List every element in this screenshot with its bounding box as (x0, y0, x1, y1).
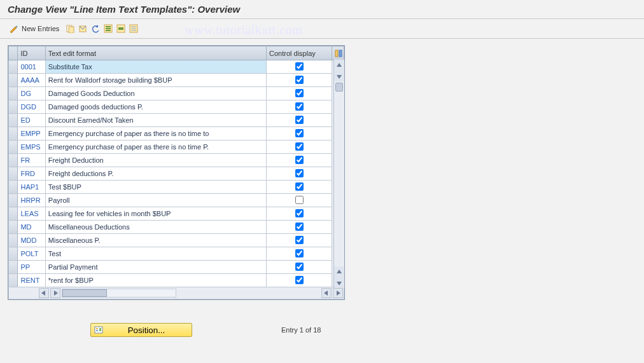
hscroll-left-button[interactable] (39, 288, 49, 298)
column-header-id[interactable]: ID (18, 46, 45, 60)
cell-id[interactable]: POLT (18, 247, 45, 261)
control-display-checkbox[interactable] (295, 223, 304, 231)
cell-id[interactable]: HRPR (18, 194, 45, 207)
control-display-checkbox[interactable] (295, 142, 304, 151)
cell-id[interactable]: MDD (18, 234, 45, 247)
cell-text[interactable]: Freight Deduction (45, 154, 266, 167)
cell-control-display[interactable] (267, 207, 332, 221)
control-display-checkbox[interactable] (295, 102, 304, 111)
select-all-icon[interactable] (102, 23, 114, 34)
control-display-checkbox[interactable] (295, 129, 304, 137)
position-button[interactable]: Position... (90, 323, 192, 337)
control-display-checkbox[interactable] (295, 209, 304, 217)
cell-id[interactable]: LEAS (18, 207, 45, 221)
cell-id[interactable]: DG (18, 87, 45, 100)
row-selector[interactable] (9, 261, 18, 274)
cell-control-display[interactable] (267, 140, 332, 154)
cell-id[interactable]: FR (18, 154, 45, 167)
row-selector[interactable] (9, 181, 18, 194)
control-display-checkbox[interactable] (295, 263, 304, 271)
cell-id[interactable]: HAP1 (18, 181, 45, 194)
vscroll-page-up-button[interactable] (337, 266, 342, 277)
cell-text[interactable]: Partial Payment (45, 261, 266, 274)
select-block-icon[interactable] (115, 23, 127, 34)
deselect-all-icon[interactable] (128, 23, 139, 34)
cell-text[interactable]: Payroll (45, 194, 266, 207)
row-selector[interactable] (9, 127, 18, 140)
row-selector[interactable] (9, 221, 18, 234)
hscroll-track[interactable] (62, 289, 176, 298)
cell-control-display[interactable] (267, 154, 332, 167)
row-selector[interactable] (9, 247, 18, 261)
control-display-checkbox[interactable] (295, 182, 304, 191)
row-selector[interactable] (9, 87, 18, 100)
column-header-text[interactable]: Text edit format (45, 46, 266, 60)
cell-control-display[interactable] (267, 87, 332, 100)
control-display-checkbox[interactable] (295, 169, 304, 177)
vscroll-track[interactable] (334, 81, 344, 266)
cell-control-display[interactable] (267, 261, 332, 274)
cell-id[interactable]: MD (18, 221, 45, 234)
cell-control-display[interactable] (267, 167, 332, 181)
cell-control-display[interactable] (267, 194, 332, 207)
cell-id[interactable]: FRD (18, 167, 45, 181)
control-display-checkbox[interactable] (295, 249, 304, 257)
control-display-checkbox[interactable] (295, 236, 304, 244)
cell-text[interactable]: Damaged Goods Deduction (45, 87, 266, 100)
row-selector[interactable] (9, 274, 18, 287)
cell-id[interactable]: RENT (18, 274, 45, 287)
cell-text[interactable]: Emergency purchase of paper as there is … (45, 127, 266, 140)
new-entries-button[interactable]: New Entries (20, 25, 63, 32)
cell-text[interactable]: Test $BUP (45, 181, 266, 194)
cell-text[interactable]: Miscellaneous Deductions (45, 221, 266, 234)
vertical-scrollbar[interactable] (333, 60, 344, 288)
cell-text[interactable]: Test (45, 247, 266, 261)
cell-id[interactable]: DGD (18, 100, 45, 114)
hscroll-col-right-button[interactable] (333, 288, 343, 298)
cell-text[interactable]: Emergency purchase of paper as there is … (45, 140, 266, 154)
control-display-checkbox[interactable] (295, 76, 304, 84)
cell-text[interactable]: Rent for Walldorf storage building $BUP (45, 74, 266, 87)
copy-as-icon[interactable] (64, 23, 76, 34)
other-view-icon[interactable] (8, 23, 19, 34)
cell-control-display[interactable] (267, 127, 332, 140)
cell-control-display[interactable] (267, 247, 332, 261)
cell-id[interactable]: AAAA (18, 74, 45, 87)
cell-control-display[interactable] (267, 221, 332, 234)
control-display-checkbox[interactable] (295, 89, 304, 97)
cell-control-display[interactable] (267, 114, 332, 127)
cell-control-display[interactable] (267, 74, 332, 87)
row-selector[interactable] (9, 234, 18, 247)
cell-text[interactable]: Discount Earned/Not Taken (45, 114, 266, 127)
cell-text[interactable]: Miscellaneous P. (45, 234, 266, 247)
vscroll-up-button[interactable] (334, 60, 344, 71)
cell-control-display[interactable] (267, 181, 332, 194)
cell-id[interactable]: PP (18, 261, 45, 274)
cell-text[interactable]: Damaged goods deductions P. (45, 100, 266, 114)
control-display-checkbox[interactable] (295, 276, 304, 284)
vscroll-thumb[interactable] (335, 83, 343, 92)
cell-id[interactable]: 0001 (18, 60, 45, 74)
row-selector[interactable] (9, 207, 18, 221)
vscroll-page-down-button[interactable] (337, 277, 342, 288)
control-display-checkbox[interactable] (295, 156, 304, 164)
row-selector[interactable] (9, 74, 18, 87)
column-header-control[interactable]: Control display (267, 46, 332, 60)
cell-text[interactable]: Leasing fee for vehicles in month $BUP (45, 207, 266, 221)
control-display-checkbox[interactable] (295, 116, 304, 124)
control-display-checkbox[interactable] (295, 62, 304, 71)
cell-text[interactable]: *rent for $BUP (45, 274, 266, 287)
row-selector[interactable] (9, 140, 18, 154)
row-selector[interactable] (9, 154, 18, 167)
hscroll-right-button[interactable] (50, 288, 60, 298)
undo-change-icon[interactable] (90, 23, 101, 34)
row-selector[interactable] (9, 60, 18, 74)
cell-control-display[interactable] (267, 234, 332, 247)
row-selector[interactable] (9, 167, 18, 181)
cell-control-display[interactable] (267, 100, 332, 114)
hscroll-thumb[interactable] (62, 289, 107, 297)
control-display-checkbox[interactable] (295, 196, 304, 204)
vscroll-down-button[interactable] (334, 71, 344, 81)
row-selector[interactable] (9, 100, 18, 114)
cell-id[interactable]: EMPP (18, 127, 45, 140)
